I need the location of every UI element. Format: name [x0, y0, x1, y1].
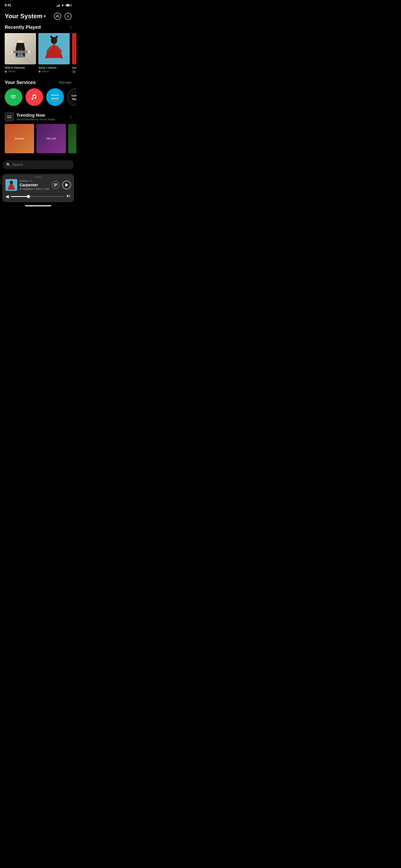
progress-section: ◀: [5, 193, 71, 200]
play-button[interactable]: [62, 181, 71, 189]
status-bar: 9:41: [0, 0, 76, 9]
wifi-icon: [61, 4, 64, 7]
sonos-radio-logo: SONOS Radio: [5, 112, 14, 122]
search-section: 🔍 Search: [0, 158, 76, 173]
trending-label: Hit List: [47, 137, 56, 140]
svg-text:SR: SR: [73, 71, 74, 72]
list-item[interactable]: With A Hammer Album: [5, 33, 36, 73]
trending-label: Sunset: [15, 137, 24, 140]
chevron-down-icon: ▾: [44, 14, 45, 19]
header-actions: [54, 13, 72, 20]
skip-back-button[interactable]: ◀: [5, 194, 9, 199]
list-item[interactable]: Sunset: [5, 124, 34, 155]
services-section: Your Services Manage amazon music: [0, 80, 76, 112]
amazon-music-service-button[interactable]: amazon music: [46, 88, 64, 106]
svg-point-40: [29, 92, 39, 102]
header: Your System ▾: [0, 9, 76, 25]
recently-played-title: Recently Played: [5, 25, 41, 30]
progress-bar[interactable]: [11, 196, 64, 197]
album-meta: Album: [38, 70, 70, 73]
svg-point-0: [62, 6, 63, 6]
list-item[interactable]: Pindrop: [68, 124, 76, 155]
svg-point-2: [67, 16, 69, 17]
apple-logo-icon: [38, 70, 41, 72]
now-playing-meta: Vagabon • Sorry I Hav: [20, 187, 49, 190]
album-type: Album: [42, 70, 49, 73]
svg-point-9: [28, 51, 31, 53]
svg-point-39: [9, 92, 19, 102]
home-bar: [25, 205, 51, 206]
svg-point-21: [76, 43, 76, 48]
svg-rect-12: [53, 44, 55, 45]
spotify-service-button[interactable]: [5, 88, 22, 106]
trending-title: Trending Now: [17, 113, 55, 118]
profile-button[interactable]: [54, 13, 61, 20]
now-playing-art: [5, 179, 17, 191]
status-icons: [56, 4, 72, 7]
album-art-with-a-hammer: [5, 33, 36, 64]
sonos-radio-service-button[interactable]: SONOS Radio: [67, 88, 76, 106]
apple-music-service-button[interactable]: [26, 88, 43, 106]
search-icon: 🔍: [6, 163, 10, 167]
now-playing-artist: Vagabon • Sorry I Hav: [22, 187, 49, 190]
progress-fill: [11, 196, 28, 197]
now-playing-room: Kitchen + 1: [20, 180, 49, 182]
services-scroll: amazon music SONOS Radio: [0, 88, 76, 106]
trending-section: SONOS Radio Trending Now Recommended by …: [0, 112, 76, 158]
drag-handle: [35, 177, 42, 178]
apple-music-small-icon: [20, 188, 22, 190]
svg-rect-50: [54, 185, 57, 185]
settings-button[interactable]: [65, 13, 72, 20]
trending-header: SONOS Radio Trending Now Recommended by …: [0, 112, 76, 124]
status-time: 9:41: [5, 3, 11, 7]
list-item[interactable]: SORRY I HAVEN CALLED Sorry I Haven... Al…: [38, 33, 70, 73]
trending-info: Trending Now Recommended by Sonos Radio: [17, 113, 55, 121]
apple-logo-icon: [5, 70, 7, 72]
services-manage-button[interactable]: Manage: [59, 81, 72, 85]
now-playing-info: Kitchen + 1 Carpenter Vagabon • Sorry I …: [20, 180, 49, 190]
svg-text:SONOS: SONOS: [71, 95, 76, 97]
svg-rect-13: [51, 45, 57, 51]
recently-played-header: Recently Played ›: [0, 25, 76, 33]
now-playing-controls: [52, 181, 71, 189]
album-meta: Album: [5, 70, 36, 73]
chevron-right-icon: ›: [70, 25, 72, 30]
svg-rect-51: [54, 186, 56, 186]
header-title[interactable]: Your System ▾: [5, 12, 45, 20]
svg-text:amazon: amazon: [51, 94, 59, 96]
trending-art-sunset: Sunset: [5, 124, 34, 153]
svg-rect-48: [10, 184, 12, 186]
svg-text:Radio: Radio: [72, 98, 76, 101]
list-item[interactable]: Hit List: [36, 124, 66, 155]
recently-played-more-button[interactable]: ›: [70, 25, 72, 30]
album-meta: SR Station: [72, 70, 76, 73]
recently-played-scroll: With A Hammer Album: [0, 33, 76, 80]
now-playing-title: Carpenter: [20, 183, 49, 187]
now-playing-main: Kitchen + 1 Carpenter Vagabon • Sorry I …: [5, 179, 71, 191]
search-bar[interactable]: 🔍 Search: [3, 160, 73, 169]
list-item[interactable]: Indie Gold Radio SONOS Indie Gold SR Sta…: [72, 33, 76, 73]
svg-rect-49: [54, 184, 57, 184]
trending-scroll: Sunset Hit List Pindrop: [0, 124, 76, 155]
trending-subtitle: Recommended by Sonos Radio: [17, 118, 55, 121]
svg-text:music: music: [51, 97, 59, 100]
svg-point-8: [10, 51, 13, 53]
search-placeholder: Search: [12, 163, 23, 167]
trending-left: SONOS Radio Trending Now Recommended by …: [5, 112, 55, 122]
album-name: Sorry I Haven...: [38, 66, 70, 69]
album-art-sorry: SORRY I HAVEN CALLED: [38, 33, 70, 64]
system-name-label: Your System: [5, 12, 42, 20]
album-name: Indie Gold: [72, 66, 76, 69]
progress-handle[interactable]: [27, 195, 30, 198]
album-name: With A Hammer: [5, 66, 36, 69]
trending-more-button[interactable]: ›: [70, 114, 72, 119]
home-indicator: [0, 204, 76, 209]
album-type: Album: [8, 70, 16, 73]
services-title: Your Services: [5, 80, 36, 85]
now-playing-bar[interactable]: Kitchen + 1 Carpenter Vagabon • Sorry I …: [2, 174, 74, 202]
trending-art-pindrop: Pindrop: [68, 124, 76, 153]
battery-icon: [66, 4, 72, 7]
queue-button[interactable]: [52, 181, 60, 189]
volume-button[interactable]: [66, 194, 71, 199]
services-header: Your Services Manage: [0, 80, 76, 88]
